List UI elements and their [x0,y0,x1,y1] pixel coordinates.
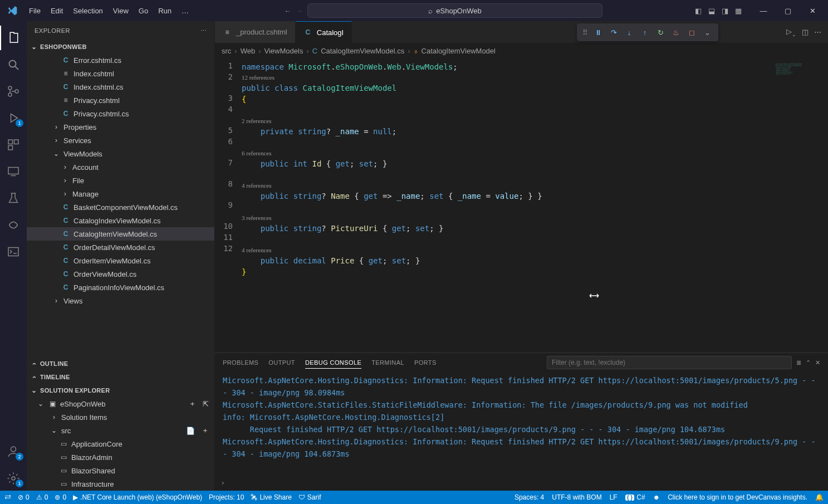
list-icon[interactable]: ≣ [796,359,801,366]
breadcrumb-item[interactable]: CatalogItemViewModel.cs [321,47,404,55]
remote-indicator[interactable]: ⮂ [4,493,11,501]
debug-console-output[interactable]: Microsoft.AspNetCore.Hosting.Diagnostics… [215,372,828,478]
tree-item[interactable]: COrderDetailViewModel.cs [27,241,214,254]
settings-icon[interactable]: 1 [0,466,27,491]
split-editor-icon[interactable]: ◫ [802,28,809,36]
scm-icon[interactable] [0,79,27,104]
menu-…[interactable]: … [177,4,193,17]
remote-icon[interactable] [0,159,27,184]
spaces-item[interactable]: Spaces: 4 [515,493,544,501]
workspace-header[interactable]: ⌄ ESHOPONWEB [27,40,214,53]
tab-catalog[interactable]: C CatalogI [296,21,352,43]
tree-item[interactable]: CCatalogItemViewModel.cs [27,227,214,241]
tree-item[interactable]: CError.cshtml.cs [27,53,214,67]
hot-reload-icon[interactable]: ♨ [670,28,682,37]
panel-tab-output[interactable]: OUTPUT [268,357,295,368]
tree-item[interactable]: ›Account [27,160,214,174]
sidebar-more-icon[interactable]: ⋯ [200,27,207,35]
debug-icon[interactable]: 1 [0,106,27,130]
solution-root[interactable]: ⌄ ▣ eShopOnWeb ＋ ⇱ [27,397,214,410]
explorer-icon[interactable] [0,26,27,50]
menu-edit[interactable]: Edit [46,4,67,17]
tree-item[interactable]: CPaginationInfoViewModel.cs [27,281,214,294]
breadcrumb-item[interactable]: Web [241,47,256,55]
beaker-icon[interactable] [0,186,27,211]
encoding-item[interactable]: UTF-8 with BOM [552,493,601,501]
tree-item[interactable]: ›Manage [27,187,214,200]
tree-item[interactable]: COrderItemViewModel.cs [27,254,214,267]
breadcrumb-item[interactable]: ViewModels [264,47,303,55]
tab-product[interactable]: ≡ _product.cshtml [215,21,296,43]
new-file-icon[interactable]: 📄 [186,427,195,435]
tree-item[interactable]: CPrivacy.cshtml.cs [27,107,214,120]
breadcrumb-item[interactable]: CatalogItemViewModel [422,47,496,55]
bell-icon[interactable]: 🔔 [815,493,824,501]
debug-toolbar[interactable]: ⠿ ⏸ ↷ ↓ ↑ ↻ ♨ ◻ ⌄ [577,23,718,41]
tree-item[interactable]: ›Services [27,134,214,147]
panel-tab-terminal[interactable]: TERMINAL [371,357,404,368]
layout-sidebar-left-icon[interactable]: ◧ [693,7,703,15]
solution-item[interactable]: ⌄src📄＋ [27,424,214,437]
panel-filter-input[interactable] [547,356,792,369]
radio-item[interactable]: ⊚ 0 [55,493,66,501]
chevron-right-icon[interactable]: › [222,478,224,487]
solution-item[interactable]: ▭Infrastructure [27,477,214,491]
copilot-icon[interactable]: ☻ [653,493,660,501]
liveshare-item[interactable]: 🛰 Live Share [251,493,291,501]
add-icon[interactable]: ＋ [189,399,196,409]
solution-explorer-header[interactable]: ⌄ SOLUTION EXPLORER [27,384,214,397]
close-icon[interactable]: ✕ [815,359,820,366]
panel-tab-problems[interactable]: PROBLEMS [223,357,258,368]
warnings-item[interactable]: ⚠ 0 [36,493,48,501]
breadcrumbs[interactable]: src› Web› ViewModels› C CatalogItemViewM… [215,43,828,59]
search-icon[interactable] [0,52,27,77]
layout-customize-icon[interactable]: ▦ [733,7,743,15]
projects-item[interactable]: Projects: 10 [209,493,244,501]
solution-item[interactable]: ›Solution Items [27,410,214,424]
tree-item[interactable]: ›File [27,174,214,187]
step-over-icon[interactable]: ↷ [608,28,619,37]
accounts-icon[interactable]: 2 [0,439,27,464]
lang-item[interactable]: { } C# [625,493,645,501]
terminal-icon[interactable] [0,239,27,264]
share-icon[interactable] [0,213,27,237]
breadcrumb-item[interactable]: src [222,47,231,55]
menu-file[interactable]: File [25,4,45,17]
panel-tab-debug-console[interactable]: DEBUG CONSOLE [305,357,361,369]
menu-selection[interactable]: Selection [68,4,107,17]
devcanvas-item[interactable]: Click here to sign in to get DevCanvas i… [668,493,807,501]
nav-back-icon[interactable]: ← [284,7,291,15]
layout-sidebar-right-icon[interactable]: ◨ [720,7,730,15]
step-out-icon[interactable]: ↑ [639,28,650,37]
sarif-item[interactable]: 🛡 Sarif [298,493,321,501]
menu-run[interactable]: Run [154,4,176,17]
collapse-icon[interactable]: ⇱ [203,400,209,408]
tree-item[interactable]: ≡Privacy.cshtml [27,94,214,107]
eol-item[interactable]: LF [610,493,618,501]
chevron-down-icon[interactable]: ⌄ [702,28,713,37]
tree-item[interactable]: CIndex.cshtml.cs [27,80,214,94]
tree-item[interactable]: CBasketComponentViewModel.cs [27,200,214,214]
tree-item[interactable]: CCatalogIndexViewModel.cs [27,214,214,227]
tree-item[interactable]: ⌄ViewModels [27,147,214,160]
step-into-icon[interactable]: ↓ [624,28,635,37]
tree-item[interactable]: ›Views [27,294,214,307]
solution-item[interactable]: ▭BlazorAdmin [27,451,214,464]
errors-item[interactable]: ⊘ 0 [18,493,30,501]
stop-icon[interactable]: ◻ [686,28,697,37]
add-icon[interactable]: ＋ [202,425,209,436]
panel-tab-ports[interactable]: PORTS [414,357,437,368]
solution-item[interactable]: ▭ApplicationCore [27,437,214,451]
tree-item[interactable]: COrderViewModel.cs [27,267,214,281]
more-icon[interactable]: ⋯ [814,28,821,36]
menu-go[interactable]: Go [134,4,153,17]
timeline-header[interactable]: › TIMELINE [27,370,214,384]
minimize-button[interactable]: — [752,2,775,19]
extensions-icon[interactable] [0,133,27,157]
run-icon[interactable]: ▷⌄ [786,27,796,37]
nav-forward-icon[interactable]: → [296,7,303,15]
close-button[interactable]: ✕ [801,2,824,19]
minimap[interactable]: namespace Microsoft eShopOnWeb public cl… [772,59,828,353]
menu-view[interactable]: View [109,4,133,17]
code-editor[interactable]: namespace Microsoft.eShopOnWeb.Web.ViewM… [242,59,772,353]
